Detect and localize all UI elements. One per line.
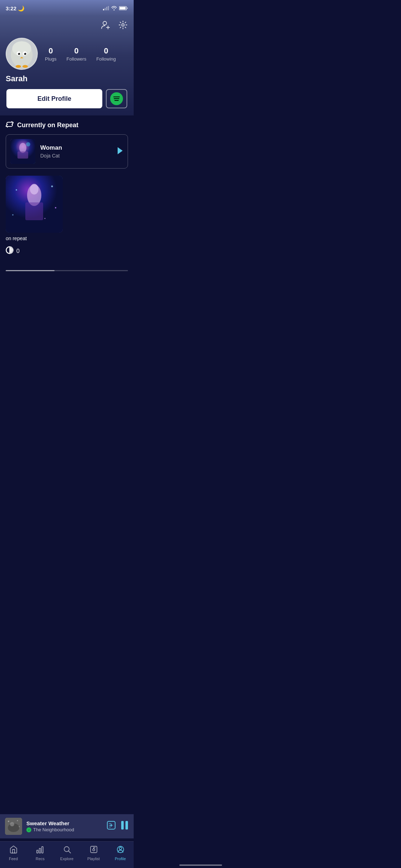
track-name: Woman [40, 144, 112, 151]
track-info: Woman Doja Cat [40, 144, 112, 159]
svg-point-10 [122, 24, 124, 26]
spotify-lines-icon [113, 97, 120, 101]
svg-point-33 [12, 214, 14, 216]
status-bar: 3:22 🌙 [0, 0, 134, 16]
spotify-link-button[interactable] [106, 89, 127, 108]
svg-point-28 [30, 184, 38, 195]
header-actions [6, 20, 128, 32]
settings-button[interactable] [118, 20, 128, 32]
username: Sarah [6, 74, 128, 83]
svg-rect-2 [106, 7, 107, 10]
svg-point-25 [26, 142, 30, 146]
plugs-label: Plugs [45, 56, 57, 62]
playlist-thumbnail[interactable] [6, 176, 63, 233]
spotify-circle-icon [110, 92, 123, 105]
currently-on-repeat-title: Currently on Repeat [17, 122, 78, 129]
profile-header: 0 Plugs 0 Followers 0 Following Sarah Ed… [0, 16, 134, 115]
currently-on-repeat-card[interactable]: Woman Doja Cat [6, 134, 128, 169]
svg-point-21 [22, 65, 28, 68]
currently-on-repeat-section: Currently on Repeat [6, 121, 128, 129]
play-button[interactable] [117, 147, 123, 156]
add-friend-button[interactable] [101, 20, 111, 32]
likes-count: 0 [16, 248, 20, 254]
edit-profile-row: Edit Profile [6, 89, 128, 108]
battery-icon [119, 6, 128, 11]
stat-plugs: 0 Plugs [45, 46, 57, 62]
track-art [10, 139, 35, 164]
following-label: Following [96, 56, 116, 62]
status-time: 3:22 🌙 [6, 5, 25, 12]
stat-following: 0 Following [96, 46, 116, 62]
plugs-count: 0 [48, 46, 53, 56]
svg-rect-6 [127, 7, 128, 9]
svg-point-15 [18, 53, 20, 55]
signal-icon [103, 6, 109, 11]
svg-rect-0 [103, 9, 104, 10]
repeat-icon [6, 121, 14, 129]
svg-point-30 [16, 189, 17, 191]
status-icons [103, 6, 128, 11]
svg-rect-24 [17, 151, 28, 159]
svg-point-18 [25, 53, 25, 53]
svg-rect-3 [108, 6, 109, 10]
track-artist: Doja Cat [40, 153, 112, 159]
playlist-label: on repeat [6, 236, 128, 241]
stat-followers: 0 Followers [67, 46, 87, 62]
svg-point-16 [24, 53, 26, 55]
edit-profile-button[interactable]: Edit Profile [6, 89, 102, 108]
avatar [6, 38, 38, 70]
svg-point-32 [55, 207, 56, 208]
likes-row: 0 [6, 246, 128, 256]
svg-point-34 [45, 218, 46, 219]
svg-rect-5 [120, 7, 126, 9]
followers-label: Followers [67, 56, 87, 62]
svg-rect-29 [25, 202, 43, 220]
wifi-icon [111, 6, 117, 11]
svg-point-31 [51, 186, 53, 187]
svg-point-17 [18, 53, 19, 53]
svg-rect-1 [105, 8, 106, 10]
svg-point-20 [16, 65, 21, 68]
profile-info-row: 0 Plugs 0 Followers 0 Following [6, 38, 128, 70]
likes-icon [6, 246, 14, 256]
svg-point-23 [19, 143, 26, 153]
svg-point-7 [103, 21, 107, 25]
following-count: 0 [104, 46, 108, 56]
followers-count: 0 [74, 46, 78, 56]
main-content: Currently on Repeat Woman Doja [0, 115, 134, 320]
svg-point-12 [12, 41, 31, 56]
stats-row: 0 Plugs 0 Followers 0 Following [45, 46, 128, 62]
